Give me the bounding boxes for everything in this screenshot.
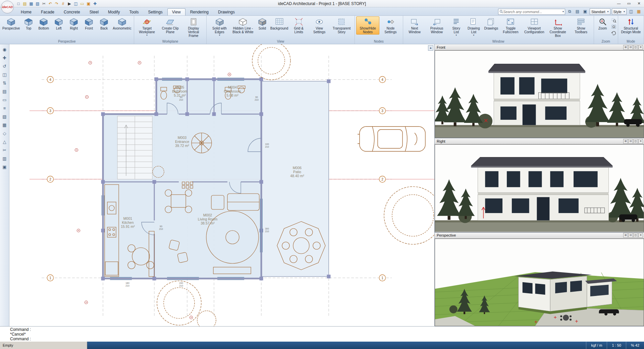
polyline-tool-icon[interactable]: ◇	[1, 130, 8, 137]
cut-icon[interactable]: ✂	[41, 1, 47, 7]
viewport-split-icon[interactable]: ◫	[633, 45, 638, 50]
tab-settings[interactable]: Settings	[143, 8, 167, 15]
ribbon-button-zoom[interactable]: Zoom	[595, 16, 610, 31]
sheet-set-icon[interactable]: ⧉	[567, 8, 573, 15]
ribbon-button-drawings[interactable]: Drawings	[484, 16, 499, 31]
ribbon-button-background[interactable]: Background	[270, 16, 288, 31]
tab-modify[interactable]: Modify	[103, 8, 124, 15]
ribbon-button-bottom[interactable]: Bottom	[36, 16, 51, 31]
plan-canvas[interactable]: 44332211M005Bathroom5.31 m²M004Cloakroom…	[9, 44, 434, 326]
paint-icon[interactable]: ▣	[86, 1, 92, 7]
open-file-icon[interactable]: ▤	[22, 1, 28, 7]
command-panel[interactable]: Command :*Cancel*Command :	[0, 326, 644, 342]
ribbon-button-solid[interactable]: Solid	[255, 16, 270, 31]
perspective-view-render[interactable]	[435, 239, 644, 326]
floor-plan-drawing[interactable]: 44332211M005Bathroom5.31 m²M004Cloakroom…	[9, 44, 434, 326]
redo-icon[interactable]: ↷	[54, 1, 60, 7]
render-style-icon[interactable]: ◫	[628, 8, 634, 15]
ribbon-button-show-hide-nodes[interactable]: Show/Hide Nodes	[356, 16, 379, 35]
viewport-right[interactable]: Right ⊞ ⊟ ◫ ✕	[435, 138, 644, 232]
status-zoom[interactable]: % 42	[626, 342, 644, 349]
undo-icon[interactable]: ↶	[47, 1, 53, 7]
hatch-tool-icon[interactable]: ▧	[1, 113, 8, 120]
layers-icon[interactable]: ◫	[73, 1, 79, 7]
standard-selector[interactable]: Standart ▾	[590, 8, 610, 15]
ribbon-button-show-coordinate-box[interactable]: Show Coordinate Box	[546, 16, 569, 38]
library-icon[interactable]: ▤	[1, 88, 8, 95]
info-icon[interactable]: ✚	[92, 1, 98, 7]
move-tool-icon[interactable]: ✚	[1, 54, 8, 61]
viewport-restore-icon[interactable]: ⊟	[628, 233, 633, 238]
viewport-perspective[interactable]: Perspective ⊞ ⊟ ◫ ✕	[435, 233, 644, 326]
search-input[interactable]	[503, 10, 562, 14]
dimension-tool-icon[interactable]: ▭	[1, 96, 8, 103]
material-palette-icon[interactable]: ▦	[636, 8, 642, 15]
command-search[interactable]: ▾	[498, 9, 565, 15]
rotate-tool-icon[interactable]: ↺	[1, 62, 8, 70]
grid-snap-icon[interactable]: #	[60, 1, 66, 7]
style-selector[interactable]: Style ▾	[612, 8, 627, 15]
region-tool-icon[interactable]: ▦	[1, 121, 8, 129]
ribbon-button-previous-window[interactable]: Previous Window	[425, 16, 448, 35]
ribbon-button-left[interactable]: Left	[51, 16, 66, 31]
ribbon-button-create-clip-plane[interactable]: Create Clip Plane	[159, 16, 181, 35]
ribbon-button-solid-with-edges[interactable]: Solid with Edges▾	[208, 16, 231, 37]
save-icon[interactable]: ▦	[28, 1, 34, 7]
layer-state-icon[interactable]: ▤	[574, 8, 581, 15]
app-logo[interactable]: ideCAD	[1, 1, 14, 13]
ribbon-button-right[interactable]: Right	[66, 16, 81, 31]
new-file-icon[interactable]: □	[15, 1, 21, 7]
tab-drawings[interactable]: Drawings	[213, 8, 239, 15]
ribbon-button-node-settings[interactable]: Node Settings	[380, 16, 401, 35]
viewport-split-icon[interactable]: ◫	[633, 233, 638, 238]
ribbon-button-viewport-configuration[interactable]: Viewport Configuration	[523, 16, 546, 35]
ribbon-button-back[interactable]: Back	[97, 16, 111, 31]
measure-icon[interactable]: ▭	[79, 1, 85, 7]
ribbon-button-axonometric[interactable]: Axonometric	[112, 16, 132, 31]
ribbon-button-target-workplane[interactable]: Target Workplane▾	[136, 16, 158, 37]
tab-home[interactable]: Home	[16, 8, 36, 15]
snap-tool-icon[interactable]: ▣	[1, 163, 8, 170]
tab-concrete[interactable]: Concrete	[59, 8, 85, 15]
select-arrow-icon[interactable]: ▶	[66, 1, 72, 7]
ribbon-button-front[interactable]: Front	[82, 16, 96, 31]
ribbon-button-top[interactable]: Top	[21, 16, 36, 31]
close-grid-icon[interactable]: ▣	[582, 8, 588, 15]
ribbon-button-transparent-story[interactable]: Transparent Story	[330, 16, 353, 35]
viewport-split-icon[interactable]: ◫	[633, 139, 638, 144]
ribbon-button-perspective[interactable]: Perspective	[1, 16, 21, 31]
viewport-close-icon[interactable]: ✕	[638, 233, 643, 238]
viewport-maximize-icon[interactable]: ⊞	[623, 45, 628, 50]
ribbon-button-grid-limits[interactable]: Grid & Limits	[289, 16, 309, 35]
ribbon-button-show-toolbars[interactable]: Show Toolbars	[570, 16, 592, 35]
zoom-window-icon[interactable]	[610, 17, 616, 23]
node-tool-icon[interactable]: △	[1, 138, 8, 145]
canvas-corner-button[interactable]: ▲	[428, 45, 433, 51]
viewport-restore-icon[interactable]: ⊟	[628, 139, 633, 144]
viewport-close-icon[interactable]: ✕	[638, 139, 643, 144]
ribbon-button-toggle-fullscreen[interactable]: Toggle Fullscreen	[499, 16, 522, 35]
tab-tools[interactable]: Tools	[124, 8, 143, 15]
save-all-icon[interactable]: ▧	[35, 1, 41, 7]
layer-tool-icon[interactable]: ▥	[1, 155, 8, 162]
minimize-button[interactable]: —	[614, 0, 624, 7]
offset-tool-icon[interactable]: ⇅	[1, 79, 8, 87]
right-view-render[interactable]	[435, 144, 644, 232]
ribbon-button-hidden-line-black-white[interactable]: Hidden Line - Black & White	[231, 16, 255, 35]
tab-view[interactable]: View	[167, 8, 185, 15]
select-tool-icon[interactable]: ◉	[1, 46, 8, 53]
zoom-extents-icon[interactable]	[610, 23, 616, 30]
zoom-previous-icon[interactable]	[610, 30, 616, 36]
text-tool-icon[interactable]: ≡	[1, 104, 8, 112]
ribbon-button-next-window[interactable]: Next Window	[405, 16, 425, 35]
tab-rendering[interactable]: Rendering	[185, 8, 213, 15]
trim-tool-icon[interactable]: ✂	[1, 146, 8, 154]
viewport-close-icon[interactable]: ✕	[638, 45, 643, 50]
viewport-restore-icon[interactable]: ⊟	[628, 45, 633, 50]
ribbon-button-display-vertical-frame[interactable]: Display Vertical Frame	[182, 16, 205, 38]
ribbon-button-drawing-list[interactable]: Drawing List▾	[464, 16, 483, 37]
maximize-button[interactable]: ▭	[624, 0, 634, 7]
front-view-render[interactable]	[435, 50, 644, 138]
viewport-maximize-icon[interactable]: ⊞	[623, 233, 628, 238]
tab-steel[interactable]: Steel	[85, 8, 103, 15]
